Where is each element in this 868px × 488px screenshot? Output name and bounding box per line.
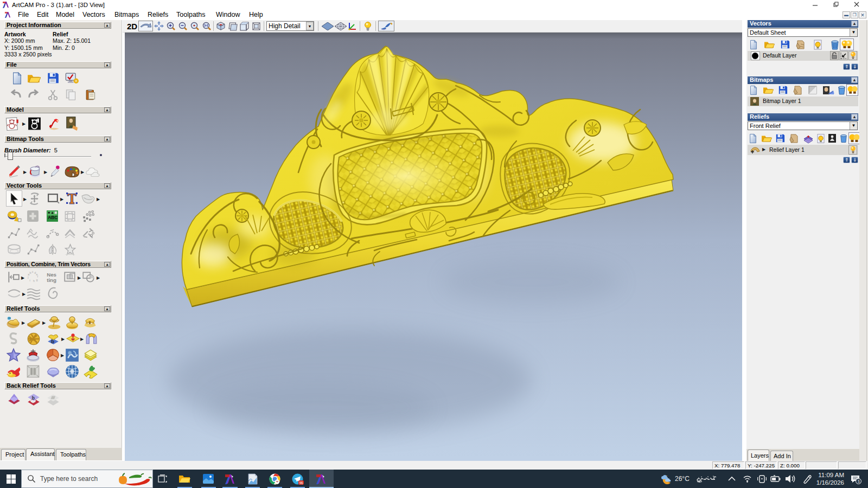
svg-text:1: 1 (858, 479, 860, 484)
svg-text:96: 96 (299, 481, 304, 485)
